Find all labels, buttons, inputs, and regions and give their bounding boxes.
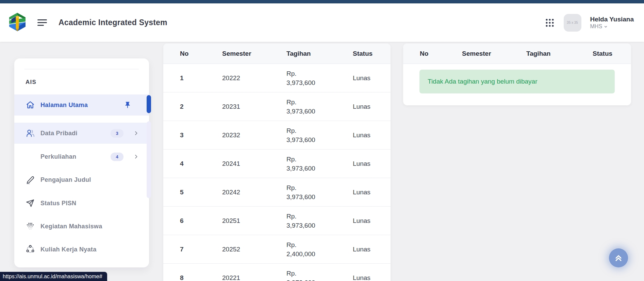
cell-semester: 20242 (222, 178, 286, 207)
cell-no: 6 (163, 207, 222, 235)
cell-no: 2 (163, 92, 222, 121)
user-role-dropdown[interactable]: MHS (590, 23, 634, 30)
table-header-row: No Semester Tagihan Status (163, 43, 391, 64)
tagihan-currency: Rp. (286, 69, 352, 78)
tagihan-amount: 3,973,600 (286, 192, 352, 201)
sidebar-item-label: Kuliah Kerja Nyata (40, 246, 96, 253)
table-row[interactable]: 7 20252 Rp. 2,400,000 Lunas (163, 235, 391, 264)
network-icon (26, 245, 35, 254)
cell-no: 1 (163, 64, 222, 92)
tagihan-amount: 3,973,600 (286, 278, 352, 281)
tagihan-currency: Rp. (286, 183, 352, 192)
app-root: Academic Integrated System 35 x 35 Helda… (0, 0, 644, 281)
sidebar-divider (24, 69, 139, 69)
sidebar-item-label: Kegiatan Mahasiswa (40, 223, 102, 230)
chevron-right-icon (133, 130, 139, 136)
table-row[interactable]: 5 20242 Rp. 3,973,600 Lunas (163, 178, 391, 207)
sidebar-item-kuliah-kerja-nyata[interactable]: Kuliah Kerja Nyata (14, 239, 149, 260)
sidebar-item-label: Status PISN (40, 200, 76, 207)
user-menu[interactable]: Helda Yusiana MHS (590, 15, 634, 30)
cell-tagihan: Rp. 3,973,600 (286, 121, 352, 150)
col-header-tagihan: Tagihan (526, 43, 592, 64)
sidebar-item-pengajuan-judul[interactable]: Pengajuan Judul (14, 169, 149, 190)
table-row[interactable]: 6 20251 Rp. 3,973,600 Lunas (163, 207, 391, 235)
hamburger-menu-icon[interactable] (37, 19, 48, 27)
unpaid-bills-table: No Semester Tagihan Status (403, 43, 631, 64)
cell-status: Lunas (352, 92, 391, 121)
col-header-status: Status (592, 43, 631, 64)
sidebar-scrollbar-thumb[interactable] (147, 95, 151, 113)
no-unpaid-alert: Tidak Ada tagihan yang belum dibayar (419, 70, 615, 93)
table-row[interactable]: 1 20222 Rp. 3,973,600 Lunas (163, 64, 391, 92)
sidebar-item-kegiatan-mahasiswa[interactable]: Kegiatan Mahasiswa (14, 216, 149, 237)
tagihan-currency: Rp. (286, 98, 352, 107)
dots-cluster-icon (26, 222, 35, 231)
cell-semester: 20232 (222, 121, 286, 150)
cell-semester: 20241 (222, 150, 286, 178)
chevron-right-icon (133, 154, 139, 159)
sidebar-scrollbar-track[interactable] (147, 121, 151, 198)
cell-tagihan: Rp. 2,400,000 (286, 235, 352, 264)
app-header: Academic Integrated System 35 x 35 Helda… (0, 3, 644, 42)
col-header-no: No (163, 43, 222, 64)
col-header-no: No (403, 43, 462, 64)
cell-tagihan: Rp. 3,973,600 (286, 264, 352, 281)
cell-no: 8 (163, 264, 222, 281)
sidebar-item-halaman-utama[interactable]: Halaman Utama (14, 94, 149, 116)
col-header-semester: Semester (222, 43, 286, 64)
cell-tagihan: Rp. 3,973,600 (286, 92, 352, 121)
tagihan-currency: Rp. (286, 126, 352, 135)
users-icon (26, 129, 35, 138)
billing-rows: 1 20222 Rp. 3,973,600 Lunas 2 20231 Rp. … (163, 64, 391, 281)
table-row[interactable]: 2 20231 Rp. 3,973,600 Lunas (163, 92, 391, 121)
user-name: Helda Yusiana (590, 15, 634, 23)
col-header-tagihan: Tagihan (286, 43, 352, 64)
cell-semester: 20252 (222, 235, 286, 264)
sidebar-section-label: AIS (26, 79, 36, 86)
tagihan-amount: 3,973,600 (286, 135, 352, 144)
page-title: Academic Integrated System (59, 18, 167, 27)
sidebar-item-label: Halaman Utama (40, 102, 88, 109)
sidebar-item-label: Data Pribadi (40, 130, 78, 137)
table-header-row: No Semester Tagihan Status (403, 43, 631, 64)
badge-count: 4 (111, 153, 123, 161)
user-role-label: MHS (590, 23, 602, 30)
unpaid-bills-card: No Semester Tagihan Status Tidak Ada tag… (403, 43, 631, 105)
sidebar-item-label: Perkuliahan (40, 153, 76, 160)
table-row[interactable]: 4 20241 Rp. 3,973,600 Lunas (163, 150, 391, 178)
tagihan-amount: 2,400,000 (286, 249, 352, 259)
home-icon (26, 101, 35, 109)
tagihan-currency: Rp. (286, 240, 352, 249)
billing-history-card: No Semester Tagihan Status 1 20222 Rp. 3… (163, 43, 391, 281)
link-preview-bar: https://ais.unmul.ac.id/mahasiswa/home# (0, 272, 107, 281)
table-row[interactable]: 8 20221 Rp. 3,973,600 Lunas (163, 264, 391, 281)
cell-no: 5 (163, 178, 222, 207)
table-row[interactable]: 3 20232 Rp. 3,973,600 Lunas (163, 121, 391, 150)
link-preview-url: https://ais.unmul.ac.id/mahasiswa/home# (3, 274, 102, 280)
apps-grid-icon[interactable] (545, 18, 555, 28)
avatar[interactable]: 35 x 35 (564, 14, 581, 32)
sidebar: AIS Halaman Utama Data Pribadi 3 Perkuli… (14, 58, 149, 267)
cell-status: Lunas (352, 178, 391, 207)
cell-status: Lunas (352, 121, 391, 150)
university-logo[interactable] (7, 12, 27, 33)
send-icon (26, 199, 35, 208)
pencil-icon (26, 175, 35, 184)
cell-no: 7 (163, 235, 222, 264)
scroll-to-top-button[interactable] (609, 248, 628, 267)
cell-status: Lunas (352, 64, 391, 92)
cell-tagihan: Rp. 3,973,600 (286, 178, 352, 207)
badge-count: 3 (111, 129, 123, 138)
sidebar-item-perkuliahan[interactable]: Perkuliahan 4 (14, 146, 149, 167)
tagihan-currency: Rp. (286, 155, 352, 164)
pin-icon[interactable] (124, 101, 131, 109)
cell-semester: 20221 (222, 264, 286, 281)
chevron-down-icon (604, 24, 608, 29)
cell-status: Lunas (352, 207, 391, 235)
cell-tagihan: Rp. 3,973,600 (286, 207, 352, 235)
tagihan-currency: Rp. (286, 269, 352, 278)
cell-semester: 20231 (222, 92, 286, 121)
sidebar-item-data-pribadi[interactable]: Data Pribadi 3 (14, 123, 149, 144)
sidebar-item-status-pisn[interactable]: Status PISN (14, 193, 149, 214)
cell-tagihan: Rp. 3,973,600 (286, 64, 352, 92)
